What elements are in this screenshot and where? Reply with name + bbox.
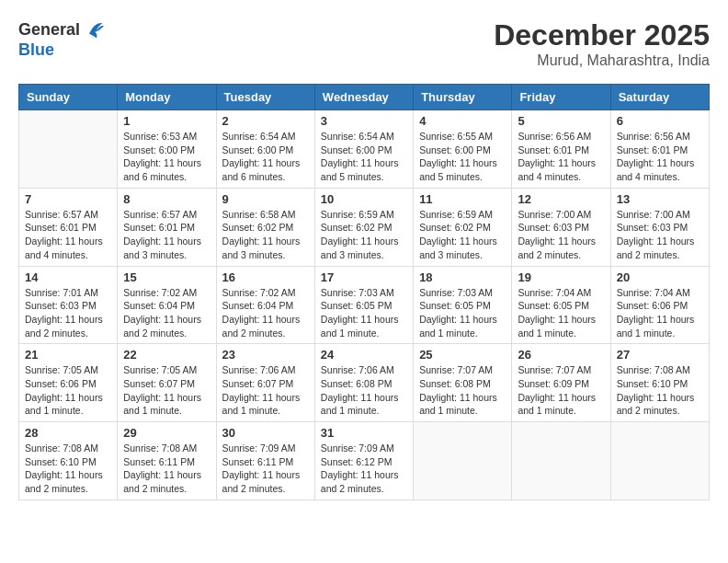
- calendar-day-cell: 7Sunrise: 6:57 AM Sunset: 6:01 PM Daylig…: [19, 188, 118, 266]
- calendar-day-cell: 6Sunrise: 6:56 AM Sunset: 6:01 PM Daylig…: [610, 110, 709, 189]
- calendar-table: SundayMondayTuesdayWednesdayThursdayFrid…: [18, 84, 710, 500]
- day-info: Sunrise: 6:53 AM Sunset: 6:00 PM Dayligh…: [123, 130, 210, 184]
- logo-bird-icon: [82, 18, 104, 40]
- logo-general: General: [18, 20, 80, 40]
- day-info: Sunrise: 7:06 AM Sunset: 6:08 PM Dayligh…: [321, 363, 407, 418]
- day-number: 5: [518, 114, 604, 128]
- day-of-week-header: Wednesday: [314, 85, 413, 110]
- day-number: 20: [617, 270, 703, 284]
- day-info: Sunrise: 6:56 AM Sunset: 6:01 PM Dayligh…: [518, 130, 604, 184]
- calendar-day-cell: 22Sunrise: 7:05 AM Sunset: 6:07 PM Dayli…: [118, 344, 216, 422]
- day-number: 12: [518, 192, 604, 206]
- day-info: Sunrise: 7:04 AM Sunset: 6:06 PM Dayligh…: [617, 286, 703, 340]
- calendar-day-cell: 13Sunrise: 7:00 AM Sunset: 6:03 PM Dayli…: [610, 188, 709, 266]
- page-header: General Blue December 2025 Murud, Mahara…: [18, 18, 710, 69]
- calendar-day-cell: 21Sunrise: 7:05 AM Sunset: 6:06 PM Dayli…: [19, 344, 118, 422]
- calendar-day-cell: 11Sunrise: 6:59 AM Sunset: 6:02 PM Dayli…: [414, 188, 512, 266]
- day-number: 14: [25, 270, 111, 284]
- day-info: Sunrise: 6:57 AM Sunset: 6:01 PM Dayligh…: [123, 208, 210, 262]
- day-info: Sunrise: 7:05 AM Sunset: 6:07 PM Dayligh…: [123, 363, 210, 418]
- calendar-day-cell: [512, 422, 610, 500]
- calendar-day-cell: 3Sunrise: 6:54 AM Sunset: 6:00 PM Daylig…: [314, 110, 413, 189]
- day-info: Sunrise: 6:59 AM Sunset: 6:02 PM Dayligh…: [419, 208, 506, 262]
- day-number: 16: [222, 270, 309, 284]
- day-of-week-header: Monday: [118, 85, 216, 110]
- day-number: 22: [123, 348, 210, 362]
- day-info: Sunrise: 7:05 AM Sunset: 6:06 PM Dayligh…: [25, 363, 111, 418]
- day-of-week-header: Thursday: [414, 85, 512, 110]
- title-block: December 2025 Murud, Maharashtra, India: [494, 18, 710, 69]
- calendar-header-row: SundayMondayTuesdayWednesdayThursdayFrid…: [19, 85, 710, 110]
- day-number: 10: [321, 192, 407, 206]
- day-info: Sunrise: 7:02 AM Sunset: 6:04 PM Dayligh…: [222, 286, 309, 340]
- calendar-day-cell: 16Sunrise: 7:02 AM Sunset: 6:04 PM Dayli…: [216, 266, 314, 344]
- day-of-week-header: Tuesday: [216, 85, 314, 110]
- day-number: 24: [321, 348, 407, 362]
- calendar-day-cell: 23Sunrise: 7:06 AM Sunset: 6:07 PM Dayli…: [216, 344, 314, 422]
- day-of-week-header: Friday: [512, 85, 610, 110]
- day-number: 15: [123, 270, 210, 284]
- logo: General Blue: [18, 18, 104, 60]
- day-info: Sunrise: 7:08 AM Sunset: 6:10 PM Dayligh…: [25, 442, 111, 496]
- day-number: 30: [222, 426, 309, 440]
- calendar-day-cell: 10Sunrise: 6:59 AM Sunset: 6:02 PM Dayli…: [314, 188, 413, 266]
- calendar-day-cell: 15Sunrise: 7:02 AM Sunset: 6:04 PM Dayli…: [118, 266, 216, 344]
- calendar-day-cell: 18Sunrise: 7:03 AM Sunset: 6:05 PM Dayli…: [414, 266, 512, 344]
- day-info: Sunrise: 7:08 AM Sunset: 6:10 PM Dayligh…: [617, 363, 703, 418]
- day-number: 31: [321, 426, 407, 440]
- day-info: Sunrise: 7:09 AM Sunset: 6:11 PM Dayligh…: [222, 442, 309, 496]
- calendar-day-cell: 20Sunrise: 7:04 AM Sunset: 6:06 PM Dayli…: [610, 266, 709, 344]
- calendar-day-cell: [19, 110, 118, 189]
- day-info: Sunrise: 6:57 AM Sunset: 6:01 PM Dayligh…: [25, 208, 111, 262]
- day-number: 21: [25, 348, 111, 362]
- calendar-week-row: 14Sunrise: 7:01 AM Sunset: 6:03 PM Dayli…: [19, 266, 710, 344]
- day-info: Sunrise: 7:09 AM Sunset: 6:12 PM Dayligh…: [321, 442, 407, 496]
- day-info: Sunrise: 7:01 AM Sunset: 6:03 PM Dayligh…: [25, 286, 111, 340]
- day-of-week-header: Sunday: [19, 85, 118, 110]
- day-number: 27: [617, 348, 703, 362]
- calendar-day-cell: 2Sunrise: 6:54 AM Sunset: 6:00 PM Daylig…: [216, 110, 314, 189]
- calendar-day-cell: [414, 422, 512, 500]
- calendar-day-cell: 1Sunrise: 6:53 AM Sunset: 6:00 PM Daylig…: [118, 110, 216, 189]
- day-number: 28: [25, 426, 111, 440]
- calendar-day-cell: [610, 422, 709, 500]
- day-info: Sunrise: 7:00 AM Sunset: 6:03 PM Dayligh…: [518, 208, 604, 262]
- day-info: Sunrise: 6:54 AM Sunset: 6:00 PM Dayligh…: [321, 130, 407, 184]
- day-info: Sunrise: 6:54 AM Sunset: 6:00 PM Dayligh…: [222, 130, 309, 184]
- day-info: Sunrise: 7:03 AM Sunset: 6:05 PM Dayligh…: [419, 286, 506, 340]
- calendar-day-cell: 24Sunrise: 7:06 AM Sunset: 6:08 PM Dayli…: [314, 344, 413, 422]
- day-info: Sunrise: 7:07 AM Sunset: 6:08 PM Dayligh…: [419, 363, 506, 418]
- day-number: 7: [25, 192, 111, 206]
- month-year-title: December 2025: [494, 18, 710, 52]
- calendar-week-row: 7Sunrise: 6:57 AM Sunset: 6:01 PM Daylig…: [19, 188, 710, 266]
- day-number: 25: [419, 348, 506, 362]
- calendar-day-cell: 12Sunrise: 7:00 AM Sunset: 6:03 PM Dayli…: [512, 188, 610, 266]
- calendar-day-cell: 9Sunrise: 6:58 AM Sunset: 6:02 PM Daylig…: [216, 188, 314, 266]
- day-info: Sunrise: 7:08 AM Sunset: 6:11 PM Dayligh…: [123, 442, 210, 496]
- day-number: 13: [617, 192, 703, 206]
- day-number: 17: [321, 270, 407, 284]
- calendar-day-cell: 29Sunrise: 7:08 AM Sunset: 6:11 PM Dayli…: [118, 422, 216, 500]
- day-number: 9: [222, 192, 309, 206]
- day-number: 23: [222, 348, 309, 362]
- day-number: 6: [617, 114, 703, 128]
- day-number: 1: [123, 114, 210, 128]
- day-number: 11: [419, 192, 506, 206]
- calendar-day-cell: 8Sunrise: 6:57 AM Sunset: 6:01 PM Daylig…: [118, 188, 216, 266]
- calendar-day-cell: 19Sunrise: 7:04 AM Sunset: 6:05 PM Dayli…: [512, 266, 610, 344]
- calendar-week-row: 28Sunrise: 7:08 AM Sunset: 6:10 PM Dayli…: [19, 422, 710, 500]
- location-subtitle: Murud, Maharashtra, India: [494, 52, 710, 69]
- day-info: Sunrise: 7:02 AM Sunset: 6:04 PM Dayligh…: [123, 286, 210, 340]
- day-number: 18: [419, 270, 506, 284]
- calendar-day-cell: 4Sunrise: 6:55 AM Sunset: 6:00 PM Daylig…: [414, 110, 512, 189]
- calendar-day-cell: 27Sunrise: 7:08 AM Sunset: 6:10 PM Dayli…: [610, 344, 709, 422]
- day-of-week-header: Saturday: [610, 85, 709, 110]
- calendar-day-cell: 5Sunrise: 6:56 AM Sunset: 6:01 PM Daylig…: [512, 110, 610, 189]
- day-number: 8: [123, 192, 210, 206]
- day-info: Sunrise: 7:06 AM Sunset: 6:07 PM Dayligh…: [222, 363, 309, 418]
- day-info: Sunrise: 6:58 AM Sunset: 6:02 PM Dayligh…: [222, 208, 309, 262]
- day-info: Sunrise: 7:00 AM Sunset: 6:03 PM Dayligh…: [617, 208, 703, 262]
- calendar-day-cell: 30Sunrise: 7:09 AM Sunset: 6:11 PM Dayli…: [216, 422, 314, 500]
- day-number: 29: [123, 426, 210, 440]
- calendar-day-cell: 28Sunrise: 7:08 AM Sunset: 6:10 PM Dayli…: [19, 422, 118, 500]
